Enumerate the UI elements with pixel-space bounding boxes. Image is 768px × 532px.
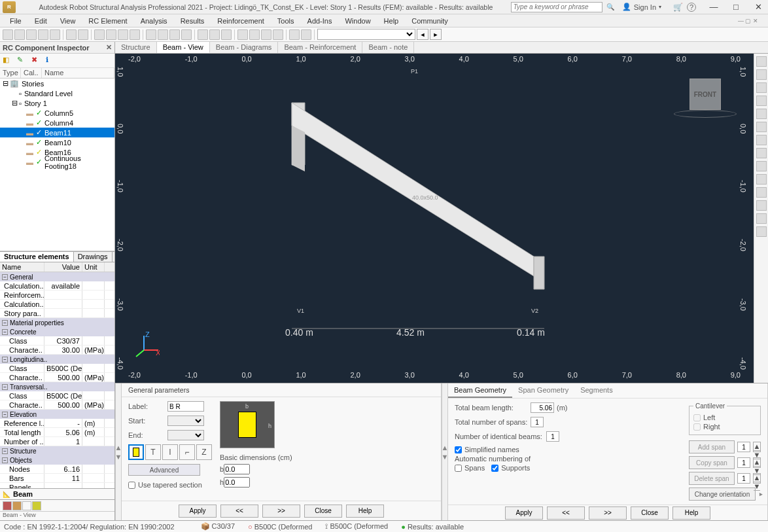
maximize-button[interactable]: □ — [729, 2, 743, 12]
tab-span-geom[interactable]: Span Geometry — [512, 383, 574, 398]
tb-ico-k[interactable] — [273, 29, 283, 40]
del-span-spinner[interactable]: ▲▼ — [753, 473, 761, 484]
rs-ico-12[interactable] — [756, 200, 767, 211]
tab-structure[interactable]: Structure — [115, 42, 157, 53]
tree-item-beam11[interactable]: ▬✓Beam11 — [0, 128, 114, 137]
copy-span-spinner[interactable]: ▲▼ — [753, 457, 761, 468]
rs-ico-10[interactable] — [756, 174, 767, 185]
bg-next[interactable]: >> — [589, 506, 627, 520]
component-tree[interactable]: ⊟🏢Stories ▫Standard Level ⊟▫Story 1 ▬✓Co… — [0, 79, 114, 251]
viewcube[interactable]: FRONT — [689, 79, 721, 110]
tb-ico-e[interactable] — [198, 29, 208, 40]
simplified-cb[interactable] — [455, 446, 462, 453]
tb-ico-a[interactable] — [146, 29, 156, 40]
tree-item-column4[interactable]: ▬✓Column4 — [0, 118, 114, 128]
tab-beam-reinf[interactable]: Beam - Reinforcement — [278, 42, 362, 53]
tapered-checkbox[interactable] — [128, 482, 135, 489]
advanced-button[interactable]: Advanced — [128, 464, 200, 476]
rs-ico-8[interactable] — [756, 148, 767, 158]
end-select[interactable] — [167, 430, 204, 440]
rs-ico-9[interactable] — [756, 161, 767, 171]
tb-copy-icon[interactable] — [106, 29, 116, 40]
insp-ico-2[interactable]: ✎ — [17, 56, 27, 66]
tb-cut-icon[interactable] — [94, 29, 105, 40]
splitter-left[interactable]: ▲▼ — [115, 383, 122, 520]
tab-beam-note[interactable]: Beam - note — [362, 42, 414, 53]
menu-edit[interactable]: Edit — [29, 16, 53, 26]
bg-prev[interactable]: << — [547, 506, 585, 520]
bg-apply[interactable]: Apply — [505, 506, 543, 520]
vt-ico-3[interactable] — [22, 501, 31, 510]
vt-ico-4[interactable] — [32, 501, 41, 510]
gp-apply[interactable]: Apply — [179, 505, 217, 518]
rs-ico-6[interactable] — [756, 122, 767, 132]
tb-new-icon[interactable] — [3, 29, 13, 40]
tab-segments[interactable]: Segments — [574, 383, 619, 398]
start-select[interactable] — [167, 416, 204, 426]
insp-ico-3[interactable]: ✖ — [31, 56, 42, 66]
add-span-spinner[interactable]: ▲▼ — [753, 442, 761, 452]
sign-in-button[interactable]: 👤Sign In▾ — [622, 3, 661, 11]
menu-reinforcement[interactable]: Reinforcement — [211, 16, 270, 26]
bg-help[interactable]: Help — [672, 506, 710, 520]
tab-structure-elements[interactable]: Structure elements — [0, 252, 74, 262]
tree-item-footing18[interactable]: ▬✓Continuous Footing18 — [0, 157, 114, 167]
tb-ico-h[interactable] — [237, 29, 248, 40]
h-input[interactable] — [224, 477, 250, 488]
tb-save-icon[interactable] — [26, 29, 37, 40]
rs-ico-3[interactable] — [756, 82, 767, 93]
rs-ico-1[interactable] — [756, 56, 767, 67]
label-input[interactable] — [167, 401, 204, 412]
menu-rc-element[interactable]: RC Element — [82, 16, 133, 26]
tb-ico-d[interactable] — [181, 29, 192, 40]
inspector-close-icon[interactable]: ✕ — [106, 43, 112, 52]
tb-ico-g[interactable] — [221, 29, 232, 40]
rs-ico-11[interactable] — [756, 187, 767, 198]
rs-ico-5[interactable] — [756, 109, 767, 119]
shape-i[interactable]: I — [162, 444, 178, 460]
tb-ico-l[interactable] — [289, 29, 300, 40]
tab-drawings[interactable]: Drawings — [74, 252, 113, 262]
gp-help[interactable]: Help — [346, 505, 384, 518]
tab-beam-diagrams[interactable]: Beam - Diagrams — [210, 42, 279, 53]
vt-ico-2[interactable] — [12, 501, 22, 510]
spans-input[interactable] — [531, 417, 544, 427]
tb-redo-icon[interactable] — [78, 29, 88, 40]
menu-analysis[interactable]: Analysis — [135, 16, 173, 26]
tb-preview-icon[interactable] — [50, 29, 60, 40]
insp-ico-1[interactable]: ◧ — [3, 56, 13, 66]
splitter-mid[interactable]: ▲▼ — [442, 383, 448, 520]
total-len-input[interactable] — [531, 402, 554, 413]
menu-file[interactable]: File — [4, 16, 27, 26]
del-span-num[interactable] — [737, 473, 750, 484]
menu-results[interactable]: Results — [175, 16, 211, 26]
rs-ico-13[interactable] — [756, 213, 767, 224]
gp-close[interactable]: Close — [304, 505, 342, 518]
shape-rect[interactable] — [128, 444, 144, 460]
tab-beam-view[interactable]: Beam - View — [157, 42, 210, 53]
rs-ico-2[interactable] — [756, 69, 767, 80]
tb-print-icon[interactable] — [38, 29, 48, 40]
viewport-3d[interactable]: -2,0-1,00,01,02,03,04,05,06,07,08,09,0 -… — [115, 54, 754, 383]
tb-ico-i[interactable] — [249, 29, 260, 40]
tb-undo-icon[interactable] — [66, 29, 77, 40]
menu-minimize-icon[interactable]: — ▢ ✕ — [732, 16, 764, 26]
tb-open-icon[interactable] — [14, 29, 25, 40]
tb-ico-f[interactable] — [209, 29, 220, 40]
shape-l[interactable]: ⌐ — [179, 444, 195, 460]
identical-input[interactable] — [546, 431, 559, 442]
insp-ico-4[interactable]: ℹ — [46, 56, 56, 66]
tree-item-beam10[interactable]: ▬✓Beam10 — [0, 137, 114, 147]
spans-cb[interactable] — [455, 465, 462, 472]
tb-ico-b[interactable] — [158, 29, 168, 40]
viewcube-ring[interactable] — [674, 110, 737, 118]
rs-ico-14[interactable] — [756, 226, 767, 237]
gp-prev[interactable]: << — [220, 505, 258, 518]
close-button[interactable]: ✕ — [751, 2, 765, 12]
menu-add-ins[interactable]: Add-Ins — [302, 16, 338, 26]
beam-bar[interactable]: Beam▸ — [0, 488, 114, 500]
keyword-search[interactable] — [511, 2, 602, 12]
tb-ico-m[interactable] — [301, 29, 311, 40]
supports-cb[interactable] — [491, 465, 498, 472]
shape-t[interactable]: T — [145, 444, 161, 460]
